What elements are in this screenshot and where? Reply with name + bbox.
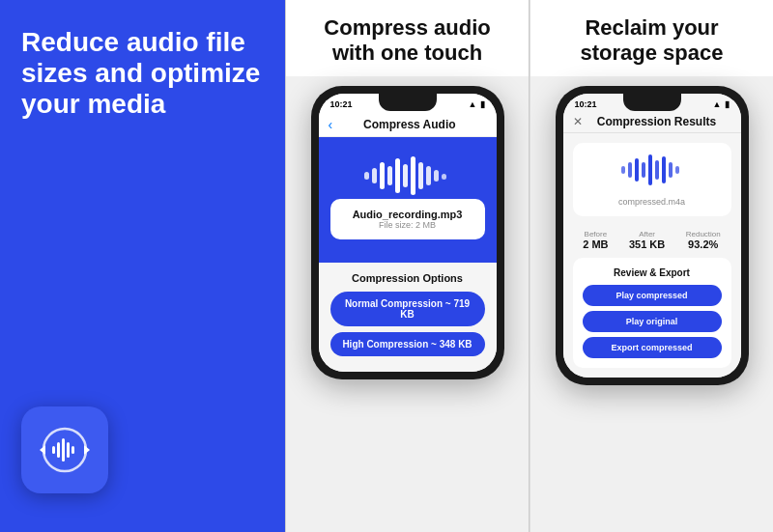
waveform-display-2	[618, 153, 686, 187]
svg-rect-27	[675, 166, 679, 174]
svg-rect-21	[635, 158, 639, 182]
svg-rect-26	[669, 162, 673, 178]
phone-inner-2: 10:21 ▲ ▮ ✕ Compression Results	[563, 94, 741, 378]
reduction-label: Reduction	[686, 230, 721, 238]
file-name-1: Audio_recording.mp3	[344, 209, 472, 220]
stat-before: Before 2 MB	[583, 230, 608, 250]
svg-rect-23	[648, 154, 652, 185]
file-size-1: File size: 2 MB	[344, 220, 472, 230]
phone-notch-2	[623, 94, 681, 111]
compression-options-title: Compression Options	[330, 272, 485, 284]
svg-rect-10	[380, 162, 385, 189]
svg-rect-9	[372, 168, 377, 183]
panel-3-headline: Reclaim your storage space	[546, 15, 758, 67]
panel-2-headline: Compress audio with one touch	[301, 15, 513, 67]
phone-screen-title-1: Compress Audio	[363, 118, 456, 131]
svg-rect-25	[662, 156, 666, 183]
phone-inner-1: 10:21 ▲ ▮ ‹ Compress Audio	[319, 94, 497, 372]
before-label: Before	[583, 230, 608, 238]
panel-3-header: Reclaim your storage space	[530, 0, 773, 76]
battery-icon-1: ▮	[480, 99, 485, 109]
svg-rect-22	[642, 162, 645, 178]
svg-rect-13	[403, 164, 408, 187]
stats-row: Before 2 MB After 351 KB Reduction 93.2%	[573, 230, 731, 250]
status-time-2: 10:21	[575, 99, 597, 109]
export-compressed-button[interactable]: Export compressed	[583, 337, 722, 358]
before-value: 2 MB	[583, 238, 608, 250]
svg-rect-12	[395, 158, 400, 193]
phone2-result-content: compressed.m4a Before 2 MB After 351 KB	[563, 133, 741, 378]
status-time-1: 10:21	[330, 99, 353, 109]
stat-reduction: Reduction 93.2%	[686, 230, 721, 250]
phone-nav-bar-2: ✕ Compression Results	[563, 111, 741, 133]
file-info-card-1: Audio_recording.mp3 File size: 2 MB	[330, 199, 485, 239]
phone1-blue-content: Audio_recording.mp3 File size: 2 MB	[319, 137, 497, 263]
compressed-file-name: compressed.m4a	[587, 197, 718, 207]
phone-notch-1	[379, 94, 437, 111]
svg-rect-16	[426, 166, 431, 185]
waveform-display-1	[359, 153, 456, 199]
review-section-title: Review & Export	[583, 267, 722, 278]
panel-2: Compress audio with one touch 10:21 ▲ ▮ …	[286, 0, 529, 532]
phone-nav-bar-1: ‹ Compress Audio	[319, 111, 497, 137]
panel-2-header: Compress audio with one touch	[286, 0, 529, 76]
stat-after: After 351 KB	[629, 230, 665, 250]
back-arrow-1[interactable]: ‹	[329, 117, 333, 132]
svg-rect-5	[72, 446, 74, 454]
svg-marker-6	[40, 445, 45, 455]
play-compressed-button[interactable]: Play compressed	[583, 285, 722, 306]
svg-rect-15	[418, 162, 423, 189]
svg-rect-17	[434, 170, 439, 182]
after-label: After	[629, 230, 665, 238]
compression-options-section: Compression Options Normal Compression ~…	[319, 263, 497, 372]
panel-1-headline: Reduce audio file sizes and optimize you…	[21, 27, 264, 121]
status-icons-1: ▲ ▮	[469, 99, 485, 109]
phone-screen-title-2: Compression Results	[583, 115, 731, 128]
play-original-button[interactable]: Play original	[583, 311, 722, 332]
wifi-icon-2: ▲	[713, 99, 722, 109]
reduction-value: 93.2%	[686, 238, 721, 250]
app-icon	[21, 406, 108, 493]
svg-rect-3	[62, 438, 65, 462]
svg-rect-24	[655, 160, 659, 180]
normal-compression-button[interactable]: Normal Compression ~ 719 KB	[330, 292, 485, 326]
svg-rect-14	[411, 156, 415, 195]
svg-rect-1	[52, 446, 55, 454]
svg-rect-19	[621, 166, 625, 174]
svg-rect-18	[442, 174, 446, 180]
after-value: 351 KB	[629, 238, 665, 250]
wifi-icon-1: ▲	[469, 99, 477, 109]
phone-mockup-2: 10:21 ▲ ▮ ✕ Compression Results	[556, 86, 749, 385]
review-export-section: Review & Export Play compressed Play ori…	[573, 258, 731, 368]
svg-rect-4	[67, 442, 70, 458]
phone-mockup-1: 10:21 ▲ ▮ ‹ Compress Audio	[311, 86, 504, 379]
svg-rect-11	[387, 166, 392, 185]
battery-icon-2: ▮	[725, 99, 730, 109]
svg-rect-2	[57, 442, 60, 458]
close-icon-2[interactable]: ✕	[573, 115, 583, 128]
panel-3: Reclaim your storage space 10:21 ▲ ▮ ✕	[530, 0, 773, 532]
result-card: compressed.m4a	[573, 143, 731, 216]
panel-3-content: 10:21 ▲ ▮ ✕ Compression Results	[530, 76, 773, 532]
panel-1: Reduce audio file sizes and optimize you…	[0, 0, 285, 532]
panel-2-content: 10:21 ▲ ▮ ‹ Compress Audio	[286, 76, 529, 532]
svg-rect-20	[628, 162, 632, 178]
app-icon-svg	[36, 421, 94, 479]
svg-rect-8	[364, 172, 369, 180]
svg-marker-7	[84, 445, 90, 455]
status-icons-2: ▲ ▮	[713, 99, 730, 109]
high-compression-button[interactable]: High Compression ~ 348 KB	[330, 332, 485, 356]
